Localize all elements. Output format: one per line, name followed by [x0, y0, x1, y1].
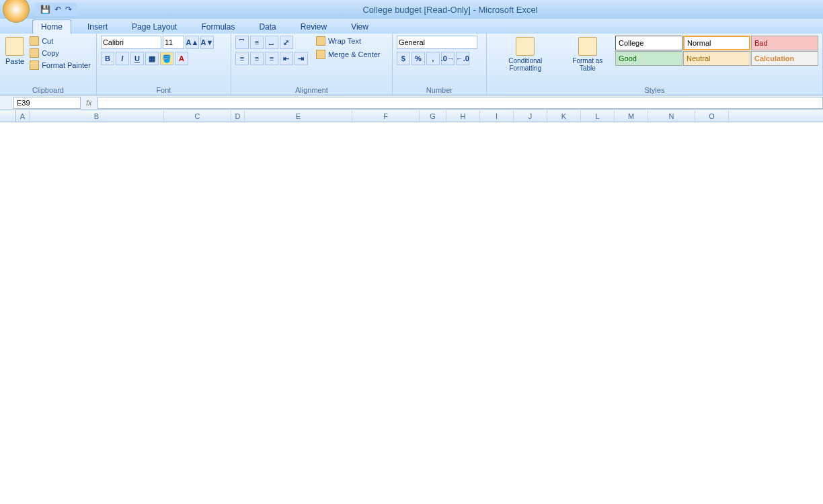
- copy-icon: [30, 48, 39, 58]
- style-normal[interactable]: Normal: [683, 36, 750, 50]
- col-header[interactable]: E: [245, 110, 352, 122]
- group-label: Clipboard: [4, 85, 92, 94]
- tab-review[interactable]: Review: [292, 20, 335, 34]
- group-label: Styles: [491, 85, 818, 94]
- conditional-formatting-button[interactable]: Conditional Formatting: [491, 36, 560, 73]
- style-calculation[interactable]: Calculation: [751, 51, 818, 66]
- format-as-table-button[interactable]: Format as Table: [563, 36, 613, 73]
- spreadsheet-grid[interactable]: ABCDEFGHIJKLMNO 123456789101112131415161…: [0, 110, 823, 122]
- grow-font-button[interactable]: A▲: [186, 36, 199, 49]
- select-all-corner[interactable]: [0, 110, 16, 122]
- wrap-icon: [316, 36, 325, 46]
- ribbon: Paste Cut Copy Format Painter Clipboard …: [0, 34, 823, 95]
- style-good[interactable]: Good: [615, 51, 682, 66]
- font-size-combo[interactable]: [163, 36, 184, 49]
- tab-insert[interactable]: Insert: [79, 20, 116, 34]
- col-header[interactable]: O: [695, 110, 729, 122]
- titlebar: 💾 ↶ ↷ College budget [Read-Only] - Micro…: [0, 0, 823, 19]
- merge-icon: [316, 50, 325, 59]
- col-header[interactable]: B: [30, 110, 164, 122]
- col-header[interactable]: H: [446, 110, 480, 122]
- border-button[interactable]: ▦: [145, 52, 159, 65]
- paste-button[interactable]: Paste: [4, 36, 26, 67]
- group-font: A▲ A▼ B I U ▦ 🪣 A Font: [97, 34, 231, 95]
- merge-center-button[interactable]: Merge & Center: [315, 49, 382, 60]
- col-header[interactable]: A: [16, 110, 30, 122]
- decrease-decimal-button[interactable]: ←.0: [456, 52, 469, 65]
- group-number: $ % , .0→ ←.0 Number: [393, 34, 487, 95]
- underline-button[interactable]: U: [130, 52, 144, 65]
- tab-formulas[interactable]: Formulas: [193, 20, 243, 34]
- col-header[interactable]: M: [615, 110, 648, 122]
- quick-access-toolbar: 💾 ↶ ↷: [35, 3, 77, 16]
- fill-color-button[interactable]: 🪣: [160, 52, 173, 65]
- wrap-text-button[interactable]: Wrap Text: [315, 36, 382, 46]
- increase-indent-button[interactable]: ⇥: [295, 52, 308, 65]
- col-header[interactable]: K: [547, 110, 581, 122]
- cut-button[interactable]: Cut: [28, 36, 92, 46]
- tab-data[interactable]: Data: [251, 20, 284, 34]
- formula-bar: fx: [0, 95, 823, 110]
- window-title: College budget [Read-Only] - Microsoft E…: [77, 5, 823, 15]
- style-neutral[interactable]: Neutral: [683, 51, 750, 66]
- align-right-button[interactable]: ≡: [265, 52, 278, 65]
- group-styles: Conditional Formatting Format as Table C…: [487, 34, 823, 95]
- cell-styles-gallery[interactable]: College Normal Bad Good Neutral Calculat…: [615, 36, 818, 66]
- format-table-icon: [578, 37, 597, 56]
- group-clipboard: Paste Cut Copy Format Painter Clipboard: [0, 34, 97, 95]
- col-header[interactable]: F: [352, 110, 420, 122]
- number-format-combo[interactable]: [397, 36, 477, 49]
- column-headers: ABCDEFGHIJKLMNO: [0, 110, 823, 122]
- col-header[interactable]: L: [581, 110, 615, 122]
- align-top-button[interactable]: ⎴: [235, 36, 249, 49]
- col-header[interactable]: G: [420, 110, 446, 122]
- name-box[interactable]: [13, 97, 81, 109]
- style-bad[interactable]: Bad: [751, 36, 818, 50]
- col-header[interactable]: N: [648, 110, 695, 122]
- percent-button[interactable]: %: [412, 52, 425, 65]
- paste-icon: [5, 37, 24, 56]
- undo-icon[interactable]: ↶: [54, 5, 61, 14]
- col-header[interactable]: D: [231, 110, 245, 122]
- align-center-button[interactable]: ≡: [250, 52, 264, 65]
- align-left-button[interactable]: ≡: [235, 52, 249, 65]
- comma-button[interactable]: ,: [426, 52, 440, 65]
- style-college[interactable]: College: [615, 36, 682, 50]
- conditional-formatting-icon: [516, 37, 535, 56]
- orientation-button[interactable]: ⤢: [280, 36, 293, 49]
- bold-button[interactable]: B: [101, 52, 114, 65]
- formula-input[interactable]: [97, 97, 823, 109]
- col-header[interactable]: J: [514, 110, 547, 122]
- group-label: Number: [397, 85, 482, 94]
- format-painter-button[interactable]: Format Painter: [28, 60, 92, 71]
- tab-view[interactable]: View: [343, 20, 377, 34]
- currency-button[interactable]: $: [397, 52, 410, 65]
- col-header[interactable]: C: [164, 110, 231, 122]
- col-header[interactable]: I: [480, 110, 514, 122]
- font-color-button[interactable]: A: [175, 52, 188, 65]
- decrease-indent-button[interactable]: ⇤: [280, 52, 293, 65]
- format-painter-icon: [30, 60, 39, 70]
- ribbon-tabs: HomeInsertPage LayoutFormulasDataReviewV…: [0, 19, 823, 34]
- group-label: Alignment: [235, 85, 388, 94]
- copy-button[interactable]: Copy: [28, 48, 92, 58]
- align-middle-button[interactable]: ≡: [250, 36, 264, 49]
- shrink-font-button[interactable]: A▼: [200, 36, 214, 49]
- italic-button[interactable]: I: [116, 52, 129, 65]
- font-name-combo[interactable]: [101, 36, 161, 49]
- group-alignment: ⎴ ≡ ⎵ ⤢ ≡ ≡ ≡ ⇤ ⇥ Wrap Text Merge & Cent…: [231, 34, 393, 95]
- tab-page-layout[interactable]: Page Layout: [124, 20, 185, 34]
- cut-icon: [30, 36, 39, 46]
- fx-icon[interactable]: fx: [83, 99, 95, 107]
- tab-home[interactable]: Home: [32, 19, 71, 34]
- increase-decimal-button[interactable]: .0→: [441, 52, 455, 65]
- save-icon[interactable]: 💾: [40, 5, 50, 14]
- align-bottom-button[interactable]: ⎵: [265, 36, 278, 49]
- redo-icon[interactable]: ↷: [65, 5, 72, 14]
- group-label: Font: [101, 85, 227, 94]
